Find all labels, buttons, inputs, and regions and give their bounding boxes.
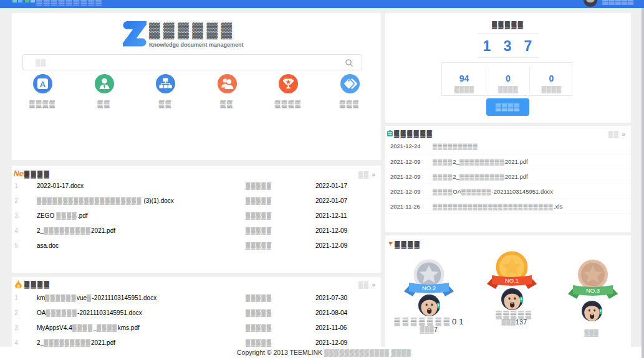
svg-text:NO.1: NO.1 xyxy=(505,277,519,284)
svg-text:NO.3: NO.3 xyxy=(586,287,600,294)
svg-text:NO.2: NO.2 xyxy=(422,285,436,291)
svg-text:A: A xyxy=(40,80,46,89)
